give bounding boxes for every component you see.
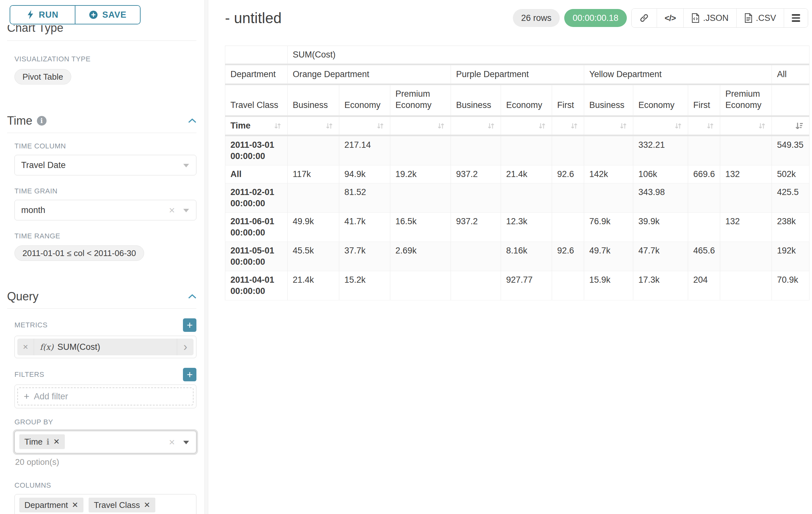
panel-resize-gutter[interactable]: [204, 0, 208, 514]
sort-icon[interactable]: [325, 121, 334, 130]
columns-pill[interactable]: Travel Class ✕: [89, 497, 155, 512]
value-cell: 15.2k: [339, 271, 390, 300]
time-section-header[interactable]: Time i: [7, 114, 196, 133]
group-by-options-hint: 20 option(s): [15, 457, 196, 467]
columns-pill-label: Department: [24, 500, 68, 510]
value-cell: 669.6: [688, 165, 720, 184]
sort-header-cell[interactable]: [390, 116, 451, 136]
view-query-button[interactable]: </>: [657, 9, 684, 27]
time-sort-header[interactable]: Time: [225, 116, 288, 136]
sort-header-cell[interactable]: [339, 116, 390, 136]
sort-header-cell[interactable]: [720, 116, 772, 136]
remove-pill-icon[interactable]: ✕: [72, 501, 78, 510]
chevron-down-icon[interactable]: [183, 441, 189, 444]
sort-icon[interactable]: [273, 121, 282, 130]
value-cell: 502k: [772, 165, 809, 184]
clear-icon[interactable]: ×: [169, 205, 175, 215]
columns-pill[interactable]: Department ✕: [19, 497, 83, 512]
time-grain-select[interactable]: month ×: [14, 200, 196, 220]
export-json-button[interactable]: .JSON: [683, 9, 736, 27]
visualization-type-value[interactable]: Pivot Table: [14, 69, 71, 84]
save-button[interactable]: SAVE: [75, 6, 140, 24]
add-metric-button[interactable]: +: [183, 318, 196, 332]
table-row: 2011-04-01 00:00:0021.4k15.2k927.7715.9k…: [225, 271, 809, 300]
sort-icon[interactable]: [487, 121, 496, 130]
sort-header-cell[interactable]: [688, 116, 720, 136]
row-label-cell: 2011-06-01 00:00:00: [225, 213, 288, 242]
sort-header-cell[interactable]: [552, 116, 584, 136]
clear-icon[interactable]: ×: [169, 512, 175, 514]
value-cell: [688, 136, 720, 165]
value-cell: 92.6: [552, 165, 584, 184]
sort-icon[interactable]: [376, 121, 385, 130]
value-cell: [451, 184, 501, 213]
value-cell: [288, 136, 339, 165]
remove-metric-icon[interactable]: ×: [17, 339, 34, 355]
value-cell: 17.3k: [633, 271, 688, 300]
pivot-table: SUM(Cost)DepartmentOrange DepartmentPurp…: [225, 46, 809, 300]
share-link-button[interactable]: [632, 9, 657, 27]
add-filter-dropzone[interactable]: + Add filter: [17, 387, 194, 405]
value-cell: 937.2: [451, 165, 501, 184]
add-filter-button[interactable]: +: [183, 368, 196, 381]
sort-header-cell[interactable]: [772, 116, 809, 136]
class-header-cell: Business: [288, 84, 339, 116]
value-cell: [552, 184, 584, 213]
value-cell: [584, 184, 633, 213]
sort-header-cell[interactable]: [633, 116, 688, 136]
menu-button[interactable]: [784, 9, 808, 27]
metric-pill[interactable]: × f(x) SUM(Cost) ›: [17, 339, 194, 355]
sort-icon[interactable]: [538, 121, 547, 130]
value-cell: 12.3k: [501, 213, 552, 242]
department-header-cell: Orange Department: [288, 64, 451, 84]
remove-pill-icon[interactable]: ✕: [53, 437, 60, 446]
sort-icon[interactable]: [706, 121, 715, 130]
sort-header-cell[interactable]: [451, 116, 501, 136]
value-cell: [288, 184, 339, 213]
value-cell: 238k: [772, 213, 809, 242]
sort-icon[interactable]: [757, 121, 766, 130]
row-label-cell: 2011-04-01 00:00:00: [225, 271, 288, 300]
export-csv-button[interactable]: .CSV: [736, 9, 784, 27]
table-row: 2011-03-01 00:00:00217.14332.21549.35: [225, 136, 809, 165]
group-by-pill[interactable]: Time i ✕: [19, 434, 65, 449]
row-label-cell: 2011-03-01 00:00:00: [225, 136, 288, 165]
chevron-down-icon[interactable]: [183, 209, 189, 212]
metrics-control: × f(x) SUM(Cost) ›: [14, 336, 196, 358]
value-cell: [451, 271, 501, 300]
value-cell: 16.5k: [390, 213, 451, 242]
pivot-corner-cell: [225, 46, 288, 64]
lightning-icon: [27, 10, 34, 20]
value-cell: 92.6: [552, 242, 584, 271]
clear-icon[interactable]: ×: [169, 437, 175, 447]
sort-header-cell[interactable]: [288, 116, 339, 136]
fx-icon: f(x): [40, 343, 54, 352]
columns-select[interactable]: Department ✕ Travel Class ✕ ×: [14, 494, 196, 514]
value-cell: [390, 271, 451, 300]
query-section-header[interactable]: Query: [7, 290, 196, 308]
group-by-select[interactable]: Time i ✕ ×: [14, 431, 196, 453]
sort-icon[interactable]: [619, 121, 628, 130]
sort-icon[interactable]: [674, 121, 683, 130]
row-count-badge: 26 rows: [513, 9, 560, 27]
time-range-value[interactable]: 2011-01-01 ≤ col < 2011-06-30: [14, 245, 144, 261]
chevron-up-icon[interactable]: [188, 294, 196, 299]
chevron-up-icon[interactable]: [188, 118, 196, 123]
time-column-select[interactable]: Travel Date: [14, 155, 196, 175]
sort-header-cell[interactable]: [501, 116, 552, 136]
sort-icon[interactable]: [570, 121, 579, 130]
chevron-right-icon[interactable]: ›: [177, 339, 194, 355]
value-cell: 76.9k: [584, 213, 633, 242]
chevron-down-icon[interactable]: [183, 164, 189, 167]
chart-title[interactable]: - untitled: [225, 9, 282, 27]
remove-pill-icon[interactable]: ✕: [144, 501, 150, 510]
class-header-cell: Business: [451, 84, 501, 116]
value-cell: 8.16k: [501, 242, 552, 271]
run-button[interactable]: RUN: [10, 6, 75, 24]
sort-desc-icon[interactable]: [794, 121, 804, 131]
visualization-type-label: VISUALIZATION TYPE: [14, 55, 196, 63]
sort-icon[interactable]: [436, 121, 445, 130]
value-cell: 106k: [633, 165, 688, 184]
value-cell: [720, 242, 772, 271]
sort-header-cell[interactable]: [584, 116, 633, 136]
